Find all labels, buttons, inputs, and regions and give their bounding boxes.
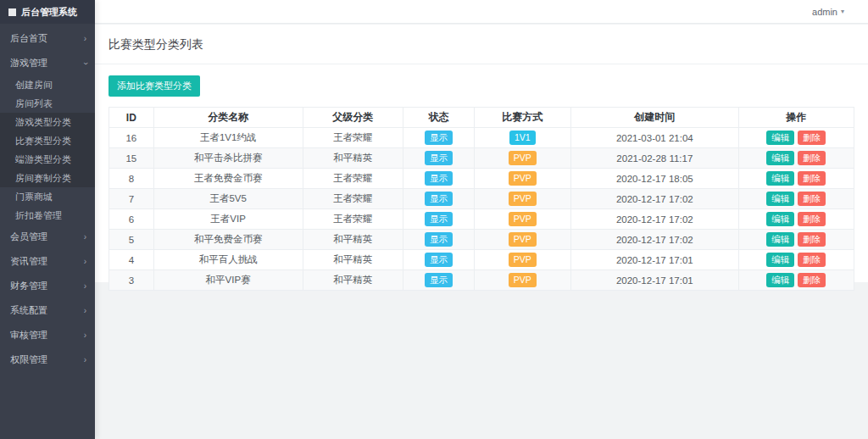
edit-button[interactable]: 编辑 bbox=[766, 131, 794, 146]
row-created-time: 2021-03-01 21:04 bbox=[570, 128, 738, 148]
row-actions-cell: 编辑删除 bbox=[738, 128, 854, 148]
sidebar-item[interactable]: 后台首页› bbox=[0, 26, 95, 51]
row-mode-cell: PVP bbox=[474, 169, 570, 189]
row-parent-category: 王者荣耀 bbox=[303, 169, 403, 189]
row-mode-cell: PVP bbox=[474, 250, 570, 270]
sidebar-item[interactable]: 游戏类型分类 bbox=[0, 113, 95, 131]
sidebar-item[interactable]: 资讯管理› bbox=[0, 249, 95, 274]
row-name: 和平击杀比拼赛 bbox=[153, 148, 303, 169]
table-row: 3和平VIP赛和平精英显示PVP2020-12-17 17:01编辑删除 bbox=[109, 270, 854, 291]
sidebar-item-label: 房间赛制分类 bbox=[15, 172, 71, 185]
sidebar-item-label: 权限管理 bbox=[10, 353, 47, 366]
sidebar-item[interactable]: 财务管理› bbox=[0, 274, 95, 298]
row-id: 16 bbox=[109, 128, 154, 148]
sidebar-nav: 后台首页›游戏管理›创建房间房间列表游戏类型分类比赛类型分类端游类型分类房间赛制… bbox=[0, 24, 95, 372]
row-status-cell: 显示 bbox=[403, 250, 475, 270]
edit-button[interactable]: 编辑 bbox=[766, 151, 794, 166]
delete-button[interactable]: 删除 bbox=[798, 151, 826, 166]
sidebar-item-label: 比赛类型分类 bbox=[15, 135, 71, 147]
sidebar-item[interactable]: 会员管理› bbox=[0, 225, 95, 249]
table-row: 5和平免费金币赛和平精英显示PVP2020-12-17 17:02编辑删除 bbox=[109, 230, 854, 250]
sidebar-item-label: 创建房间 bbox=[15, 79, 53, 92]
main-content: 比赛类型分类列表 添加比赛类型分类 ID分类名称父级分类状态比赛方式创建时间操作… bbox=[95, 25, 868, 439]
sidebar-item-label: 后台首页 bbox=[10, 32, 47, 45]
sidebar-item[interactable]: 房间赛制分类 bbox=[0, 169, 95, 187]
delete-button[interactable]: 删除 bbox=[798, 171, 826, 186]
row-actions-cell: 编辑删除 bbox=[738, 230, 854, 250]
row-status-cell: 显示 bbox=[403, 189, 475, 209]
table-row: 6王者VIP王者荣耀显示PVP2020-12-17 17:02编辑删除 bbox=[109, 209, 854, 230]
sidebar-item[interactable]: 系统配置› bbox=[0, 298, 95, 323]
mode-badge: 1V1 bbox=[509, 131, 536, 145]
sidebar-item[interactable]: 审核管理› bbox=[0, 323, 95, 347]
row-id: 4 bbox=[109, 250, 154, 270]
row-actions-cell: 编辑删除 bbox=[738, 209, 854, 230]
row-status-cell: 显示 bbox=[403, 169, 475, 189]
chevron-right-icon: › bbox=[84, 282, 86, 291]
topbar: admin ▾ bbox=[95, 0, 868, 24]
sidebar-item[interactable]: 房间列表 bbox=[0, 94, 95, 113]
table-row: 15和平击杀比拼赛和平精英显示PVP2021-02-28 11:17编辑删除 bbox=[109, 148, 854, 169]
edit-button[interactable]: 编辑 bbox=[766, 171, 794, 186]
edit-button[interactable]: 编辑 bbox=[766, 212, 794, 227]
sidebar: 后台管理系统 后台首页›游戏管理›创建房间房间列表游戏类型分类比赛类型分类端游类… bbox=[0, 0, 95, 439]
status-badge: 显示 bbox=[425, 131, 453, 145]
chevron-right-icon: › bbox=[84, 307, 86, 315]
delete-button[interactable]: 删除 bbox=[798, 212, 826, 227]
add-category-button[interactable]: 添加比赛类型分类 bbox=[108, 75, 200, 97]
row-id: 15 bbox=[109, 148, 154, 169]
sidebar-item-label: 折扣卷管理 bbox=[15, 209, 62, 222]
delete-button[interactable]: 删除 bbox=[798, 273, 826, 288]
chevron-right-icon: › bbox=[84, 233, 86, 242]
column-header: 操作 bbox=[738, 108, 854, 128]
sidebar-item[interactable]: 权限管理› bbox=[0, 347, 95, 372]
row-mode-cell: PVP bbox=[474, 270, 570, 291]
sidebar-item-label: 门票商城 bbox=[15, 191, 53, 203]
mode-badge: PVP bbox=[509, 212, 537, 226]
table-row: 16王者1V1约战王者荣耀显示1V12021-03-01 21:04编辑删除 bbox=[109, 128, 854, 148]
edit-button[interactable]: 编辑 bbox=[766, 273, 794, 288]
sidebar-item[interactable]: 游戏管理› bbox=[0, 51, 95, 75]
sidebar-item-label: 游戏类型分类 bbox=[15, 116, 71, 129]
row-created-time: 2021-02-28 11:17 bbox=[570, 148, 738, 169]
row-mode-cell: PVP bbox=[474, 189, 570, 209]
status-badge: 显示 bbox=[425, 232, 453, 247]
column-header: 分类名称 bbox=[153, 108, 303, 128]
row-actions-cell: 编辑删除 bbox=[738, 148, 854, 169]
row-id: 8 bbox=[109, 169, 154, 189]
row-created-time: 2020-12-17 18:05 bbox=[570, 169, 738, 189]
row-name: 王者VIP bbox=[153, 209, 303, 230]
mode-badge: PVP bbox=[509, 192, 537, 206]
row-name: 王者5V5 bbox=[153, 189, 303, 209]
status-badge: 显示 bbox=[425, 171, 453, 186]
delete-button[interactable]: 删除 bbox=[798, 232, 826, 247]
column-header: 状态 bbox=[403, 108, 475, 128]
row-parent-category: 和平精英 bbox=[303, 148, 403, 169]
sidebar-item-label: 系统配置 bbox=[10, 304, 47, 317]
row-id: 3 bbox=[109, 270, 154, 291]
edit-button[interactable]: 编辑 bbox=[766, 232, 794, 247]
delete-button[interactable]: 删除 bbox=[798, 131, 826, 146]
edit-button[interactable]: 编辑 bbox=[766, 253, 794, 268]
sidebar-item[interactable]: 端游类型分类 bbox=[0, 150, 95, 169]
row-created-time: 2020-12-17 17:01 bbox=[570, 270, 738, 291]
delete-button[interactable]: 删除 bbox=[798, 253, 826, 268]
table-row: 7王者5V5王者荣耀显示PVP2020-12-17 17:02编辑删除 bbox=[109, 189, 854, 209]
app-title: 后台管理系统 bbox=[21, 6, 77, 19]
row-status-cell: 显示 bbox=[403, 230, 475, 250]
sidebar-item-label: 房间列表 bbox=[15, 97, 53, 110]
delete-button[interactable]: 删除 bbox=[798, 192, 826, 207]
username: admin bbox=[812, 7, 837, 17]
row-status-cell: 显示 bbox=[403, 270, 475, 291]
sidebar-item[interactable]: 比赛类型分类 bbox=[0, 131, 95, 150]
chevron-right-icon: › bbox=[84, 356, 86, 364]
logo-icon bbox=[8, 8, 16, 16]
user-menu[interactable]: admin ▾ bbox=[812, 7, 844, 17]
table-header-row: ID分类名称父级分类状态比赛方式创建时间操作 bbox=[109, 108, 854, 128]
category-table: ID分类名称父级分类状态比赛方式创建时间操作 16王者1V1约战王者荣耀显示1V… bbox=[108, 107, 854, 291]
edit-button[interactable]: 编辑 bbox=[766, 192, 794, 207]
sidebar-item[interactable]: 折扣卷管理 bbox=[0, 206, 95, 225]
sidebar-item[interactable]: 门票商城 bbox=[0, 187, 95, 206]
sidebar-item[interactable]: 创建房间 bbox=[0, 75, 95, 94]
row-created-time: 2020-12-17 17:02 bbox=[570, 189, 738, 209]
